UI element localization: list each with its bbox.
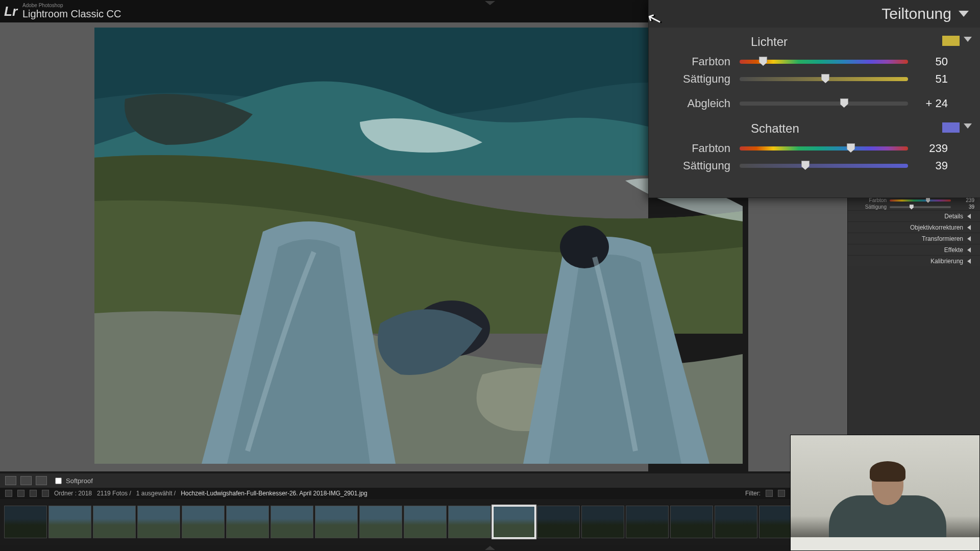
chevron-down-icon[interactable] (964, 123, 972, 129)
side-section-label: Effekte (944, 246, 963, 254)
highlights-color-swatch[interactable] (942, 36, 960, 46)
filmstrip-thumb[interactable] (271, 506, 313, 538)
filmstrip-thumb[interactable] (581, 506, 624, 538)
view-toolbar: Softproof (0, 473, 790, 488)
chevron-left-icon[interactable] (967, 225, 971, 230)
side-section-label: Details (944, 213, 963, 220)
slider-value[interactable]: 39 (954, 204, 974, 210)
split-toning-panel: Teiltonung Lichter Farbton 50 Sättigung … (648, 0, 980, 198)
slider-value[interactable]: 39 (917, 159, 948, 172)
filmstrip-thumb[interactable] (182, 506, 225, 538)
side-section-label: Transformieren (922, 235, 963, 242)
filmstrip-path-bar: Ordner : 2018 2119 Fotos / 1 ausgewählt … (0, 488, 790, 499)
panel-collapse-bottom-arrow[interactable] (485, 546, 495, 550)
balance-row: Abgleich + 24 (649, 88, 980, 114)
slider-knob[interactable] (847, 143, 855, 153)
slider-knob[interactable] (759, 57, 767, 66)
slider-label: Sättigung (654, 72, 730, 86)
filmstrip[interactable] (0, 499, 790, 545)
chevron-down-icon[interactable] (964, 37, 972, 42)
filmstrip-thumb[interactable] (359, 506, 402, 538)
slider-knob[interactable] (821, 74, 829, 83)
app-logo-mark: Lr (4, 4, 22, 19)
chevron-left-icon[interactable] (967, 259, 971, 264)
slider-label: Sättigung (851, 204, 887, 210)
shadows-section: Schatten (649, 114, 980, 140)
main-photo[interactable] (94, 28, 743, 464)
highlights-sat-slider[interactable] (740, 77, 908, 81)
mini-sat-slider[interactable] (890, 206, 951, 208)
slider-value[interactable]: 239 (954, 197, 974, 203)
highlights-section: Lichter (649, 28, 980, 53)
side-section-label: Objektivkorrekturen (910, 224, 963, 231)
chevron-left-icon[interactable] (967, 236, 971, 241)
filmstrip-thumb[interactable] (315, 506, 358, 538)
panel-collapse-top-arrow[interactable] (485, 1, 495, 5)
grid-icon[interactable] (30, 490, 37, 497)
side-section-kalibrierung[interactable]: Kalibrierung (848, 255, 980, 266)
filmstrip-thumb[interactable] (137, 506, 180, 538)
filmstrip-thumb[interactable] (493, 506, 535, 538)
filmstrip-thumb[interactable] (404, 506, 447, 538)
shadows-color-swatch[interactable] (942, 122, 960, 133)
mini-hue-slider[interactable] (890, 199, 951, 202)
webcam-desk (791, 537, 979, 550)
display-primary-icon[interactable] (5, 490, 12, 497)
slider-label: Sättigung (654, 159, 730, 172)
slider-knob[interactable] (926, 198, 930, 203)
slider-value[interactable]: 239 (917, 142, 948, 155)
shadows-hue-slider[interactable] (740, 146, 908, 151)
panel-header[interactable]: Teiltonung (649, 0, 980, 28)
loupe-view-icon[interactable] (5, 476, 16, 485)
highlights-hue-slider[interactable] (740, 60, 908, 64)
breadcrumb-folder[interactable]: Ordner : 2018 (54, 490, 92, 497)
filmstrip-thumb[interactable] (4, 506, 47, 538)
side-section-transformieren[interactable]: Transformieren (848, 233, 980, 244)
display-secondary-icon[interactable] (17, 490, 24, 497)
side-section-details[interactable]: Details (848, 210, 980, 221)
highlights-hue-row: Farbton 50 (649, 53, 980, 70)
chevron-left-icon[interactable] (967, 247, 971, 253)
side-section-label: Kalibrierung (930, 258, 963, 265)
filmstrip-thumb[interactable] (93, 506, 136, 538)
app-header: Lr Adobe Photoshop Lightroom Classic CC (0, 0, 648, 22)
slider-knob[interactable] (801, 161, 810, 170)
filmstrip-thumb[interactable] (448, 506, 491, 538)
svg-point-2 (560, 226, 609, 268)
shadows-hue-row: Farbton 239 (649, 140, 980, 157)
side-section-effekte[interactable]: Effekte (848, 244, 980, 255)
filter-toggle-icon[interactable] (778, 490, 785, 497)
chevron-down-icon[interactable] (959, 11, 969, 17)
highlights-title: Lichter (751, 35, 788, 49)
filmstrip-thumb[interactable] (226, 506, 269, 538)
shadows-title: Schatten (751, 121, 799, 136)
chevron-left-icon[interactable] (967, 214, 971, 219)
breadcrumb-filename[interactable]: Hochzeit-Ludwigshafen-Full-Benkesser-26.… (181, 490, 368, 497)
filmstrip-thumb[interactable] (715, 506, 757, 538)
slider-value[interactable]: 51 (917, 72, 948, 86)
balance-slider[interactable] (740, 102, 908, 106)
filmstrip-thumb[interactable] (48, 506, 91, 538)
sort-icon[interactable] (42, 490, 49, 497)
filmstrip-thumb[interactable] (670, 506, 713, 538)
slider-label: Farbton (654, 55, 730, 68)
develop-sidebar: Farbton 239 Sättigung 39 DetailsObjektiv… (847, 197, 980, 442)
slider-value[interactable]: + 24 (917, 97, 948, 110)
slider-knob[interactable] (840, 98, 848, 108)
slider-value[interactable]: 50 (917, 55, 948, 68)
before-after-icon[interactable] (20, 476, 32, 485)
slider-label: Farbton (654, 142, 730, 155)
shadows-sat-row: Sättigung 39 (649, 157, 980, 174)
compare-view-icon[interactable] (36, 476, 47, 485)
slider-knob[interactable] (910, 205, 914, 210)
filter-flag-icon[interactable] (766, 490, 773, 497)
mini-shadows-sat-row: Sättigung 39 (848, 204, 980, 210)
filmstrip-thumb[interactable] (759, 506, 790, 538)
side-section-objektivkorrekturen[interactable]: Objektivkorrekturen (848, 221, 980, 233)
image-canvas[interactable] (0, 22, 648, 471)
filmstrip-thumb[interactable] (537, 506, 580, 538)
softproof-checkbox[interactable] (55, 478, 62, 484)
shadows-sat-slider[interactable] (740, 164, 908, 168)
filter-label: Filter: (745, 490, 761, 497)
filmstrip-thumb[interactable] (626, 506, 669, 538)
